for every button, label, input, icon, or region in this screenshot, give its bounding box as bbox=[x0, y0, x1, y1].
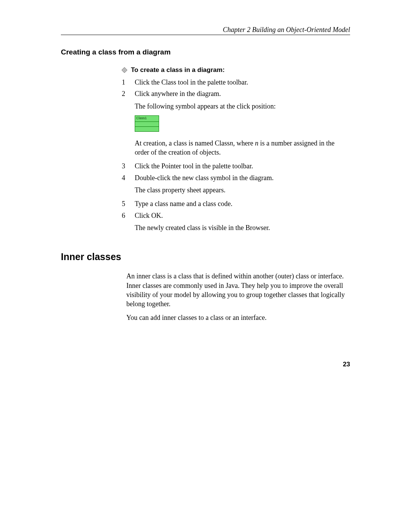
step-1: 1 Click the Class tool in the palette to… bbox=[122, 78, 350, 87]
step-text: Click OK. bbox=[135, 211, 350, 220]
inner-classes-heading: Inner classes bbox=[61, 251, 350, 262]
procedure-block: To create a class in a diagram: 1 Click … bbox=[122, 66, 350, 232]
text-fragment: At creation, a class is named Class bbox=[135, 139, 229, 147]
step-number: 4 bbox=[122, 173, 135, 182]
class-symbol-name: Class1 bbox=[135, 116, 159, 122]
class-symbol-row bbox=[135, 127, 159, 131]
procedure-title-row: To create a class in a diagram: bbox=[122, 66, 350, 74]
steps-list: 1 Click the Class tool in the palette to… bbox=[122, 78, 350, 99]
steps-list: 3 Click the Pointer tool in the palette … bbox=[122, 161, 350, 182]
class-symbol-figure: Class1 bbox=[135, 115, 159, 132]
page-number: 23 bbox=[343, 361, 350, 368]
body-block: An inner class is a class that is define… bbox=[126, 272, 350, 322]
steps-list: 5 Type a class name and a class code. 6 … bbox=[122, 199, 350, 220]
step-3: 3 Click the Pointer tool in the palette … bbox=[122, 161, 350, 171]
header-text: Chapter 2 Building an Object-Oriented Mo… bbox=[61, 26, 350, 34]
class-symbol-row bbox=[135, 122, 159, 127]
step-4: 4 Double-click the new class symbol in t… bbox=[122, 173, 350, 182]
step-text: Click anywhere in the diagram. bbox=[135, 89, 350, 98]
step-text: Click the Class tool in the palette tool… bbox=[135, 78, 350, 87]
step-number: 2 bbox=[122, 89, 135, 98]
step-number: 5 bbox=[122, 199, 135, 208]
step-number: 3 bbox=[122, 161, 135, 171]
paragraph: An inner class is a class that is define… bbox=[126, 272, 350, 308]
step-number: 1 bbox=[122, 78, 135, 87]
step-note: The class property sheet appears. bbox=[135, 185, 350, 195]
procedure-title: To create a class in a diagram: bbox=[131, 66, 225, 74]
page-content: Chapter 2 Building an Object-Oriented Mo… bbox=[61, 26, 350, 327]
step-note: At creation, a class is named Classn, wh… bbox=[135, 139, 350, 157]
step-note: The newly created class is visible in th… bbox=[135, 223, 350, 232]
step-text: Type a class name and a class code. bbox=[135, 199, 350, 208]
step-5: 5 Type a class name and a class code. bbox=[122, 199, 350, 208]
step-number: 6 bbox=[122, 211, 135, 220]
svg-point-2 bbox=[124, 70, 125, 70]
step-text: Double-click the new class symbol in the… bbox=[135, 173, 350, 182]
step-note: The following symbol appears at the clic… bbox=[135, 102, 350, 111]
page-header: Chapter 2 Building an Object-Oriented Mo… bbox=[61, 26, 350, 35]
paragraph: You can add inner classes to a class or … bbox=[126, 313, 350, 322]
step-2: 2 Click anywhere in the diagram. bbox=[122, 89, 350, 98]
step-6: 6 Click OK. bbox=[122, 211, 350, 220]
step-text: Click the Pointer tool in the palette to… bbox=[135, 161, 350, 171]
text-fragment: , where bbox=[233, 139, 255, 147]
diamond-icon bbox=[122, 67, 127, 73]
italic-n: n bbox=[255, 139, 258, 147]
section-heading: Creating a class from a diagram bbox=[61, 48, 350, 56]
